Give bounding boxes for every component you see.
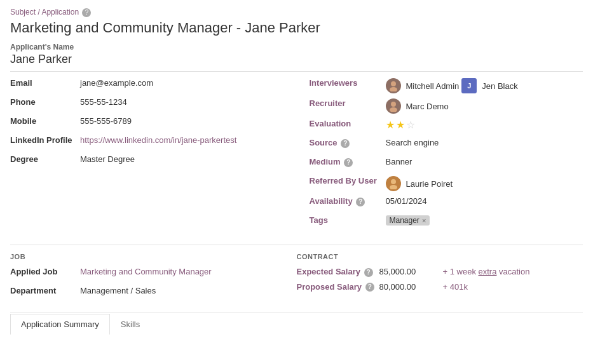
linkedin-row: LinkedIn Profile https://www.linkedin.co… [10,135,284,149]
phone-row: Phone 555-55-1234 [10,97,284,111]
breadcrumb-help-icon[interactable]: ? [82,8,91,17]
proposed-salary-extra: + 401k [443,282,468,292]
svg-point-5 [390,185,397,189]
interviewers-avatars: Mitchell Admin J Jen Black [386,78,518,93]
applied-job-value[interactable]: Marketing and Community Manager [80,267,284,276]
tabs-bar: Application Summary Skills [10,313,583,334]
degree-row: Degree Master Degree [10,154,284,168]
interviewers-label: Interviewers [310,78,386,88]
recruiter-label: Recruiter [310,98,386,108]
availability-help-icon[interactable]: ? [356,198,365,206]
referred-row: Referred By User Laurie Poiret [310,176,583,191]
star-2[interactable]: ★ [396,119,405,131]
availability-value: 05/01/2024 [386,196,583,206]
interviewer1-name: Mitchell Admin [406,81,460,91]
proposed-salary-row: Proposed Salary ? 80,000.00 + 401k [297,282,583,292]
availability-label: Availability ? [310,196,386,206]
department-row: Department Management / Sales [10,286,284,300]
breadcrumb: Subject / Application ? [10,8,583,17]
applicant-name: Jane Parker [10,53,583,72]
tab-skills[interactable]: Skills [110,314,151,335]
email-value: jane@example.com [80,78,284,88]
tags-container: Manager × [386,215,430,226]
contract-section-title: CONTRACT [297,253,583,260]
right-column: Interviewers Mitchell Admin J Jen Black … [297,78,583,234]
recruiter-row: Recruiter Marc Demo [310,98,583,114]
star-3[interactable]: ☆ [406,119,415,131]
page-title: Marketing and Community Manager - Jane P… [10,20,583,36]
source-label: Source ? [310,138,386,148]
avatar-laurie [386,176,401,191]
referred-avatar-group: Laurie Poiret [386,176,453,191]
applicant-name-label: Applicant's Name [10,43,583,51]
evaluation-stars[interactable]: ★ ★ ☆ [386,119,415,131]
avatar-mitchell [386,78,401,93]
page-container: Subject / Application ? Marketing and Co… [0,0,593,334]
evaluation-label: Evaluation [310,119,386,128]
linkedin-value: https://www.linkedin.com/in/jane-parkert… [80,135,284,145]
tab-application-summary[interactable]: Application Summary [10,314,110,335]
extra-highlight: extra [479,267,497,276]
medium-help-icon[interactable]: ? [344,158,353,167]
source-row: Source ? Search engine [310,138,583,152]
job-section: JOB Applied Job Marketing and Community … [10,253,297,305]
star-1[interactable]: ★ [386,119,395,131]
applied-job-row: Applied Job Marketing and Community Mana… [10,267,284,281]
main-info-grid: Email jane@example.com Phone 555-55-1234… [10,78,583,234]
department-value: Management / Sales [80,286,284,295]
expected-salary-help-icon[interactable]: ? [364,268,373,277]
linkedin-label: LinkedIn Profile [10,135,80,145]
expected-salary-label: Expected Salary ? [297,267,379,277]
evaluation-row: Evaluation ★ ★ ☆ [310,119,583,133]
recruiter-avatar-group: Marc Demo [386,98,449,114]
mobile-label: Mobile [10,116,80,126]
mobile-value: 555-555-6789 [80,116,284,126]
tags-row: Tags Manager × [310,215,583,229]
degree-label: Degree [10,154,80,164]
svg-point-0 [391,81,396,86]
phone-value: 555-55-1234 [80,97,284,107]
mobile-row: Mobile 555-555-6789 [10,116,284,130]
interviewer2-name: Jen Black [482,81,517,91]
tag-remove-icon[interactable]: × [422,217,426,224]
referred-name: Laurie Poiret [406,179,453,189]
tag-manager: Manager × [386,215,430,226]
avatar-marc [386,98,401,114]
email-row: Email jane@example.com [10,78,284,92]
expected-salary-row: Expected Salary ? 85,000.00 + 1 week ext… [297,267,583,277]
expected-salary-value: 85,000.00 [379,267,430,276]
breadcrumb-subject: Subject [10,8,36,17]
interviewers-row: Interviewers Mitchell Admin J Jen Black [310,78,583,93]
job-section-title: JOB [10,253,284,260]
recruiter-name: Marc Demo [406,102,449,111]
linkedin-link[interactable]: https://www.linkedin.com/in/jane-parkert… [80,135,236,145]
svg-point-4 [391,179,396,184]
svg-point-3 [390,107,397,112]
breadcrumb-application[interactable]: Application [41,8,79,17]
availability-row: Availability ? 05/01/2024 [310,196,583,210]
contract-section: CONTRACT Expected Salary ? 85,000.00 + 1… [297,253,583,305]
email-label: Email [10,78,80,88]
medium-row: Medium ? Banner [310,157,583,171]
proposed-salary-value: 80,000.00 [379,282,430,292]
svg-point-2 [391,102,396,107]
phone-label: Phone [10,97,80,107]
degree-value: Master Degree [80,154,284,164]
left-column: Email jane@example.com Phone 555-55-1234… [10,78,297,234]
medium-label: Medium ? [310,157,386,167]
medium-value: Banner [386,157,583,166]
department-label: Department [10,286,80,295]
section-divider [10,245,583,245]
expected-salary-extra: + 1 week extra vacation [443,267,530,276]
referred-label: Referred By User [310,176,386,185]
avatar-jen: J [461,78,477,93]
proposed-salary-label: Proposed Salary ? [297,282,379,292]
proposed-salary-help-icon[interactable]: ? [365,283,374,292]
tag-label: Manager [390,216,419,225]
source-help-icon[interactable]: ? [341,139,350,148]
jen-initial: J [467,82,471,90]
tags-label: Tags [310,215,386,225]
section-grid: JOB Applied Job Marketing and Community … [10,253,583,305]
svg-point-1 [390,87,397,91]
source-value: Search engine [386,138,583,147]
